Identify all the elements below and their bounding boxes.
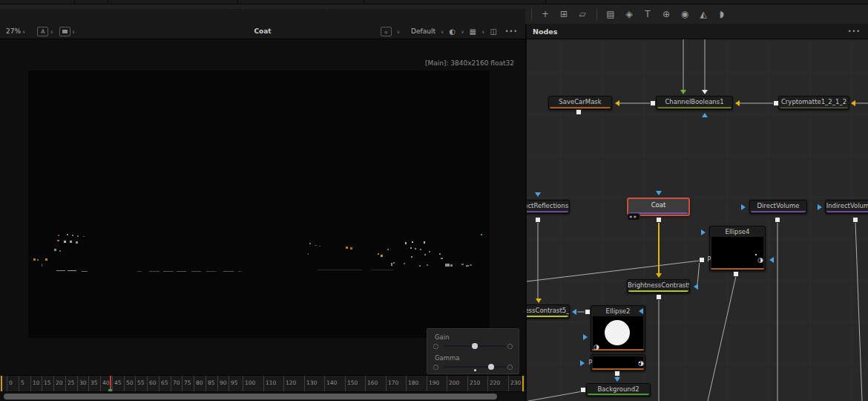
port-square[interactable]: [775, 217, 780, 223]
port-input-left-icon[interactable]: [851, 100, 855, 106]
gain-gamma-overlay: Gain Gamma: [427, 328, 519, 374]
port-input-left-icon[interactable]: [735, 100, 740, 106]
tracker-icon[interactable]: +: [539, 8, 552, 20]
node-directreflections[interactable]: rectReflections: [527, 200, 570, 214]
port-square[interactable]: [614, 371, 620, 376]
port-square[interactable]: [535, 217, 541, 223]
port-input-left-icon[interactable]: [769, 257, 774, 263]
merge-3d-icon[interactable]: ⊕: [660, 8, 673, 20]
mask-port-icon[interactable]: ◑: [757, 257, 763, 264]
mask-port-icon[interactable]: ◑: [638, 360, 644, 367]
thumbnail-ellipse-shape: [605, 320, 630, 345]
port-input-up-icon[interactable]: [702, 113, 708, 117]
port-input-left-icon[interactable]: [572, 309, 576, 315]
planar-transform-icon[interactable]: ▱: [576, 8, 589, 20]
camera-3d-icon[interactable]: ◉: [678, 8, 691, 20]
ruler-frame-label: 55: [137, 379, 145, 386]
ab-split-icon[interactable]: ◫: [490, 27, 496, 36]
gain-slider[interactable]: [444, 345, 506, 347]
port-square[interactable]: [650, 100, 656, 106]
port-input-right-icon[interactable]: [741, 204, 746, 210]
node-directvolume[interactable]: DirectVolume: [749, 200, 807, 214]
port-square[interactable]: [585, 309, 591, 315]
planar-tracker-icon[interactable]: ⊞: [557, 8, 571, 20]
toolbar-divider: [531, 8, 532, 20]
ruler-frame-label: 200: [449, 379, 459, 386]
lut-select[interactable]: Default: [411, 27, 435, 35]
timeline-scrollbar[interactable]: [0, 392, 525, 401]
port-input-down-icon[interactable]: [614, 377, 620, 382]
renderer-3d-icon[interactable]: ◗: [715, 8, 729, 20]
port-input-down-icon[interactable]: [656, 191, 662, 195]
node-background2[interactable]: Background2: [586, 383, 651, 397]
port-input-left-icon[interactable]: [694, 284, 698, 290]
gamma-slider-handle[interactable]: [488, 364, 494, 370]
spot-light-icon[interactable]: ◭: [697, 8, 710, 20]
image-speck: [309, 243, 311, 244]
port-input-right-icon[interactable]: [701, 229, 706, 235]
image-speck: [481, 234, 482, 235]
port-square[interactable]: [580, 387, 586, 393]
range-start-marker[interactable]: [1, 376, 2, 392]
node-savecarmask[interactable]: SaveCarMask: [548, 96, 612, 110]
port-input-right-icon[interactable]: [583, 334, 588, 340]
port-input-right-icon[interactable]: [580, 360, 585, 366]
node-ellipse4[interactable]: Ellipse4: [709, 226, 766, 271]
gamut-icon[interactable]: ◐: [449, 27, 456, 36]
port-input-right-icon[interactable]: [818, 204, 822, 210]
port-input-left-icon[interactable]: [615, 100, 619, 106]
port-label-p: P: [708, 257, 711, 263]
image-speck: [83, 236, 85, 237]
buffer-a-label: A: [37, 27, 48, 36]
range-end-marker[interactable]: [522, 376, 524, 392]
image-speck: [445, 264, 450, 267]
image-speck: [59, 250, 61, 252]
gamma-slider[interactable]: [444, 366, 506, 368]
image-speck: [405, 242, 407, 244]
mask-port-icon[interactable]: ◑: [594, 344, 599, 351]
viewer-menu-button[interactable]: •••: [505, 28, 518, 35]
port-input-down-icon[interactable]: [536, 299, 542, 303]
node-label: SaveCarMask: [549, 97, 611, 107]
port-square[interactable]: [656, 294, 662, 300]
port-square[interactable]: [852, 217, 858, 223]
node-untitled-thumb[interactable]: [591, 354, 645, 371]
port-square[interactable]: [733, 271, 739, 277]
node-canvas[interactable]: SaveCarMaskChannelBooleans1Cryptomatte1_…: [527, 39, 868, 401]
node-color-stripe: [780, 107, 848, 108]
image-speck: [424, 241, 425, 244]
ruler-frame-label: 50: [126, 379, 134, 386]
text-3d-icon[interactable]: T: [641, 8, 654, 20]
node-channelbooleans1[interactable]: ChannelBooleans1: [656, 96, 733, 110]
shape-3d-icon[interactable]: ◈: [622, 8, 636, 20]
view-layout-button[interactable]: ∨: [59, 27, 76, 36]
node-brightnesscontrast9[interactable]: BrightnessContrast9: [627, 279, 690, 293]
port-input-down-icon[interactable]: [656, 273, 662, 278]
node-brightnesscontrast5-1[interactable]: nessContrast5_1: [527, 304, 570, 319]
node-label: Background2: [587, 384, 650, 394]
port-input-down-icon[interactable]: [702, 90, 708, 94]
image-speck: [420, 249, 421, 250]
nodes-panel: Nodes ••• SaveCarMaskChannelBooleans1Cry…: [525, 24, 868, 401]
port-input-down-icon[interactable]: [680, 90, 686, 94]
port-square[interactable]: [773, 100, 779, 106]
roi-icon[interactable]: ▫: [381, 27, 392, 36]
scrollbar-thumb[interactable]: [4, 394, 497, 400]
viewer-zoom-select[interactable]: 27%∨: [6, 27, 27, 35]
node-cryptomatte1-2-1-2[interactable]: Cryptomatte1_2_1_2: [778, 96, 849, 110]
node-color-stripe: [711, 268, 764, 270]
timeline-ruler[interactable]: 0510152025303540455055606570758085909510…: [0, 375, 525, 392]
nodes-menu-button[interactable]: •••: [848, 28, 861, 35]
image-speck: [424, 254, 426, 255]
port-input-down-icon[interactable]: [535, 192, 541, 197]
port-square[interactable]: [576, 109, 582, 115]
gain-slider-handle[interactable]: [472, 343, 478, 349]
buffer-a-button[interactable]: A∨: [37, 27, 54, 36]
port-input-left-icon[interactable]: [639, 308, 643, 314]
image-plane-3d-icon[interactable]: ▤: [604, 8, 617, 20]
grid-icon[interactable]: ▦: [470, 27, 476, 36]
port-square[interactable]: [699, 257, 705, 263]
viewer-image[interactable]: [28, 71, 490, 338]
node-indirectvolume[interactable]: IndirectVolum: [825, 200, 868, 214]
port-square[interactable]: [656, 217, 662, 223]
